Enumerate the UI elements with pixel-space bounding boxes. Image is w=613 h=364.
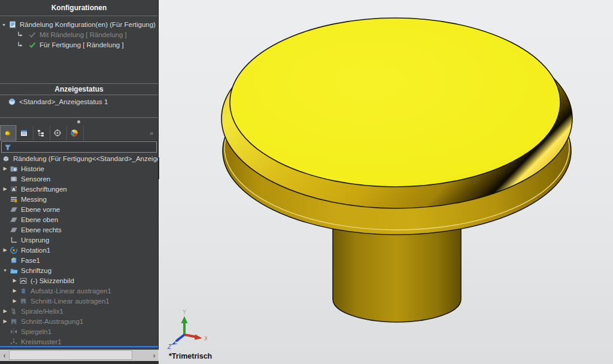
- feature-label: Messing: [21, 196, 47, 203]
- chevron-right-icon[interactable]: ▶: [1, 166, 9, 171]
- feature-tree-item[interactable]: Ebene oben: [0, 214, 158, 225]
- annotations-icon: A: [9, 185, 19, 193]
- propertymanager-tab[interactable]: [17, 125, 34, 141]
- chevron-down-icon[interactable]: ▼: [1, 268, 9, 272]
- knob-top-face[interactable]: [230, 18, 560, 187]
- folder-open-icon: [9, 266, 19, 275]
- chevron-down-icon[interactable]: ▼: [0, 23, 8, 27]
- graphics-viewport[interactable]: Y X Z *Trimetrisch: [159, 0, 613, 364]
- chevron-right-icon[interactable]: ▶: [11, 289, 19, 293]
- feature-label: Rotation1: [21, 247, 50, 254]
- scroll-right-icon[interactable]: ›: [150, 350, 159, 361]
- scroll-left-icon[interactable]: ‹: [0, 350, 9, 361]
- orientation-triad: Y X Z: [165, 308, 207, 350]
- configuration-root-row[interactable]: ▼ Rändelung Konfiguration(en) (Für Ferti…: [0, 20, 158, 29]
- feature-tree-item[interactable]: Ebene vorne: [0, 204, 158, 214]
- chevron-right-icon[interactable]: ▶: [1, 319, 9, 324]
- feature-label: Ebene vorne: [21, 206, 60, 213]
- display-states-title: Anzeigestatus: [54, 85, 103, 93]
- feature-manager-panel: Konfigurationen ▼ Rändelung Konfiguratio…: [0, 0, 159, 364]
- inactive-check-icon: [28, 31, 37, 39]
- tab-overflow-chevron-icon[interactable]: »: [145, 125, 158, 141]
- chevron-right-icon[interactable]: ▶: [1, 309, 9, 314]
- chevron-right-icon[interactable]: ▶: [11, 278, 19, 283]
- configuration-label: Für Fertigung [ Rändelung ]: [40, 41, 124, 48]
- feature-label: Ebene rechts: [21, 226, 62, 233]
- feature-label: Fase1: [21, 257, 40, 264]
- feature-tree-item[interactable]: Ursprung: [0, 235, 158, 245]
- configuration-row[interactable]: Für Fertigung [ Rändelung ]: [0, 40, 158, 50]
- section-divider: [0, 117, 158, 118]
- feature-tree-item[interactable]: ▶Schnitt-Linear austragen1: [0, 296, 158, 306]
- panel-bottom-strip: [0, 361, 159, 364]
- feature-tree-item[interactable]: Fase1: [0, 255, 158, 265]
- triad-x-axis: X: [184, 335, 207, 342]
- chevron-right-icon[interactable]: ▶: [11, 299, 19, 304]
- feature-tree-root-label: Rändelung (Für Fertigung<<Standard>_Anze…: [13, 155, 158, 162]
- displaymanager-tab[interactable]: [67, 125, 84, 141]
- history-icon: [9, 165, 19, 173]
- knob-model[interactable]: [159, 0, 613, 364]
- cut-extrude-icon: [19, 297, 28, 305]
- feature-label: (-) Skizzenbild: [31, 277, 74, 284]
- feature-tree-root-row[interactable]: Rändelung (Für Fertigung<<Standard>_Anze…: [0, 153, 158, 163]
- target-icon: [53, 129, 62, 137]
- configurations-title: Konfigurationen: [51, 4, 107, 12]
- feature-label: Schnitt-Linear austragen1: [31, 298, 110, 305]
- feature-tree-item[interactable]: ▶Rotation1: [0, 245, 158, 255]
- configuration-row[interactable]: Mit Rändelung [ Rändelung ]: [0, 30, 158, 40]
- feature-tree-item[interactable]: ▶ABeschriftungen: [0, 184, 158, 194]
- plane-icon: [9, 226, 19, 234]
- boss-extrude-icon: [19, 287, 28, 295]
- triad-z-axis: Z: [167, 335, 184, 350]
- filter-input[interactable]: [14, 141, 156, 153]
- feature-tree-item[interactable]: ▼Schriftzug: [0, 265, 158, 275]
- filter-box[interactable]: [1, 141, 157, 153]
- chevron-right-icon[interactable]: ▶: [1, 187, 9, 192]
- rollback-bar[interactable]: [0, 346, 158, 347]
- feature-tree-item[interactable]: Spiegeln1: [0, 326, 158, 336]
- triad-z-label: Z: [167, 344, 172, 350]
- chevron-right-icon[interactable]: ▶: [1, 248, 9, 253]
- featuremanager-tab[interactable]: [0, 125, 17, 141]
- triad-x-label: X: [204, 335, 207, 342]
- feature-label: Schriftzug: [21, 267, 51, 274]
- pattern-icon: [9, 338, 19, 346]
- feature-tree-item[interactable]: Kreismuster1: [0, 336, 158, 347]
- feature-tree-item[interactable]: ▶(-) Skizzenbild: [0, 275, 158, 286]
- helix-icon: [9, 307, 19, 316]
- configurationmanager-tab[interactable]: [34, 125, 50, 141]
- sensors-icon: [9, 175, 19, 183]
- feature-tree-item[interactable]: ▶Schnitt-Austragung1: [0, 316, 158, 326]
- feature-tree-item[interactable]: ▶Historie: [0, 163, 158, 174]
- splitter-dot[interactable]: [77, 120, 80, 123]
- horizontal-scrollbar[interactable]: ‹ ›: [0, 350, 159, 361]
- chamfer-icon: [9, 256, 19, 265]
- feature-tree-item[interactable]: ▶Aufsatz-Linear austragen1: [0, 286, 158, 296]
- part-icon: [1, 154, 11, 163]
- feature-label: Sensoren: [21, 175, 50, 183]
- mirror-icon: [9, 327, 19, 336]
- dimxpertmanager-tab[interactable]: [50, 125, 67, 141]
- triad-y-label: Y: [183, 309, 187, 316]
- feature-label: Aufsatz-Linear austragen1: [31, 287, 111, 295]
- feature-tree-item[interactable]: Ebene rechts: [0, 225, 158, 235]
- feature-tree-item[interactable]: Sensoren: [0, 174, 158, 184]
- scrollbar-thumb[interactable]: [9, 350, 132, 360]
- feature-tree-item[interactable]: ▶Spirale/Helix1: [0, 306, 158, 316]
- configurations-header: Konfigurationen: [0, 0, 158, 16]
- configuration-label: Mit Rändelung [ Rändelung ]: [40, 31, 127, 38]
- tree-icon: [36, 129, 45, 137]
- feature-tree-item[interactable]: Messing: [0, 194, 158, 204]
- display-states-header: Anzeigestatus: [0, 83, 158, 95]
- manager-tab-bar: »: [0, 125, 158, 141]
- plane-icon: [9, 216, 19, 224]
- display-state-row[interactable]: <Standard>_Anzeigestatus 1: [0, 97, 158, 107]
- configuration-root-label: Rändelung Konfiguration(en) (Für Fertigu…: [20, 21, 156, 28]
- triad-y-axis: Y: [181, 309, 188, 335]
- knob-stem[interactable]: [333, 225, 461, 322]
- sketch-icon: [19, 277, 28, 285]
- material-icon: [9, 195, 19, 204]
- feature-label: Historie: [21, 165, 44, 172]
- feature-label: Spiegeln1: [21, 328, 51, 335]
